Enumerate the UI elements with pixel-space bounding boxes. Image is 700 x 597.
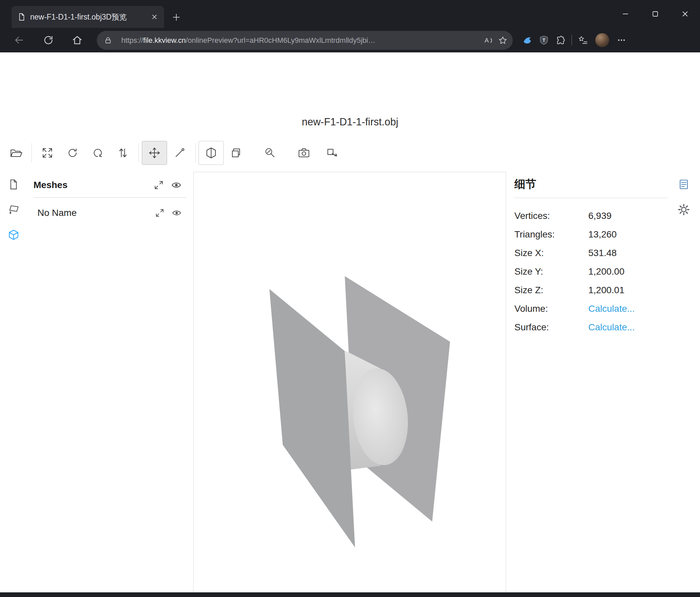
minimize-button[interactable]	[610, 0, 640, 28]
rail-settings-button[interactable]	[668, 197, 700, 222]
url-path: /onlinePreview?url=aHR0cHM6Ly9maWxlLmtrd…	[185, 36, 375, 44]
home-button[interactable]	[69, 32, 85, 48]
favorites-star-list-icon	[578, 35, 588, 45]
viewer-toolbar	[3, 140, 345, 166]
home-icon	[72, 35, 82, 45]
tab-favicon-icon	[18, 13, 26, 21]
browser-menu-button[interactable]	[613, 32, 630, 48]
detail-label: Surface:	[515, 322, 549, 333]
divider	[33, 197, 186, 198]
browser-tab[interactable]: new-F1-D1-1-first.obj3D预览	[11, 6, 164, 28]
favorite-button[interactable]	[496, 33, 510, 48]
meshes-visibility-icon[interactable]	[171, 180, 182, 190]
toolbar-divider	[31, 143, 32, 163]
file-info-icon	[8, 179, 19, 190]
surface-calculate-link[interactable]: Calculate...	[588, 322, 635, 333]
meshes-header: Meshes	[33, 176, 186, 194]
detail-row-surface: Surface: Calculate...	[515, 318, 668, 337]
url-host: file.kkview.cn	[143, 36, 185, 44]
refresh-icon	[43, 35, 54, 45]
material-icon	[8, 204, 19, 215]
detail-value: 531.48	[588, 248, 617, 258]
toolbar-rotate-z-button[interactable]	[85, 141, 110, 165]
back-button[interactable]	[10, 32, 27, 48]
new-tab-button[interactable]	[170, 10, 183, 24]
detail-row-size-x: Size X: 531.48	[515, 244, 668, 262]
toolbar-divider	[139, 143, 139, 163]
detail-label: Size X:	[515, 248, 544, 258]
open-model-icon	[9, 146, 23, 160]
detail-row-volume: Volume: Calculate...	[515, 300, 668, 318]
camera-icon	[297, 146, 310, 160]
profile-avatar[interactable]	[595, 33, 609, 47]
address-bar[interactable]: https://file.kkview.cn/onlinePreview?url…	[97, 31, 513, 50]
toolbar-rotate-x-button[interactable]	[60, 141, 85, 165]
perspective-cube-icon	[204, 146, 218, 160]
detail-label: Size Z:	[515, 285, 543, 295]
details-list-icon	[678, 178, 690, 190]
browser-titlebar: new-F1-D1-1-first.obj3D预览	[0, 0, 700, 28]
toolbar-box-button[interactable]	[224, 141, 249, 165]
read-aloud-button[interactable]: A	[481, 33, 496, 48]
detail-value: 6,939	[588, 211, 611, 221]
page-title: new-F1-D1-1-first.obj	[0, 116, 700, 128]
toolbar-open-button[interactable]	[3, 141, 28, 165]
bird-extension-icon[interactable]	[519, 32, 535, 48]
divider	[514, 198, 668, 198]
maximize-button[interactable]	[640, 0, 670, 28]
toolbar-export-button[interactable]	[320, 141, 345, 165]
detail-row-size-z: Size Z: 1,200.01	[515, 281, 668, 300]
toolbar-pan-button[interactable]	[142, 141, 167, 165]
toolbar-measure-button[interactable]	[257, 141, 283, 165]
mesh-visibility-icon[interactable]	[172, 208, 182, 218]
rail-file-info-button[interactable]	[0, 172, 27, 197]
meshes-panel: Meshes No Name	[33, 172, 186, 597]
volume-calculate-link[interactable]: Calculate...	[588, 304, 635, 314]
extension-area: T	[519, 32, 630, 48]
toolbar-camera-button[interactable]	[291, 141, 317, 165]
toolbar-fit-view-button[interactable]	[35, 141, 60, 165]
close-button[interactable]	[670, 0, 700, 28]
svg-text:T: T	[543, 38, 546, 43]
detail-row-vertices: Vertices: 6,939	[515, 207, 668, 225]
rail-model-button[interactable]	[0, 222, 27, 247]
mesh-list-item[interactable]: No Name	[33, 204, 186, 222]
detail-row-triangles: Triangles: 13,260	[515, 225, 668, 244]
left-rail	[0, 172, 27, 247]
left-plane	[270, 289, 355, 548]
model-cube-icon	[8, 229, 20, 241]
draw-line-icon	[173, 146, 186, 160]
refresh-button[interactable]	[40, 32, 57, 48]
toolbar-divider	[195, 143, 196, 163]
minimize-icon	[622, 11, 628, 17]
maximize-icon	[652, 11, 658, 17]
model-viewport[interactable]	[193, 172, 506, 597]
window-controls	[610, 0, 700, 28]
url-text[interactable]: https://file.kkview.cn/onlinePreview?url…	[121, 36, 481, 45]
extensions-puzzle-icon[interactable]	[552, 32, 569, 48]
detail-label: Size Y:	[515, 266, 543, 277]
tab-close-icon[interactable]	[149, 12, 159, 22]
flip-vertical-icon	[116, 146, 130, 160]
viewer-page: new-F1-D1-1-first.obj	[0, 52, 700, 592]
rotate-z-icon	[91, 146, 104, 160]
gear-icon	[677, 203, 690, 216]
detail-label: Triangles:	[515, 229, 555, 240]
shield-extension-icon[interactable]: T	[535, 32, 552, 48]
model-render	[194, 172, 506, 597]
mesh-fit-icon[interactable]	[155, 208, 165, 218]
favorites-bar-button[interactable]	[575, 32, 591, 48]
fit-view-icon	[41, 146, 54, 160]
toolbar-draw-line-button[interactable]	[167, 141, 192, 165]
lock-icon[interactable]	[101, 33, 115, 48]
toolbar-perspective-button[interactable]	[199, 141, 224, 165]
url-scheme: https://	[121, 36, 143, 44]
toolbar-flip-vertical-button[interactable]	[110, 141, 135, 165]
meshes-fit-icon[interactable]	[154, 180, 164, 190]
rail-materials-button[interactable]	[0, 197, 27, 222]
close-icon	[682, 10, 689, 17]
detail-value: 1,200.01	[588, 285, 624, 295]
export-icon	[326, 146, 339, 160]
rail-details-toggle-button[interactable]	[668, 172, 700, 197]
rotate-x-icon	[66, 146, 79, 160]
